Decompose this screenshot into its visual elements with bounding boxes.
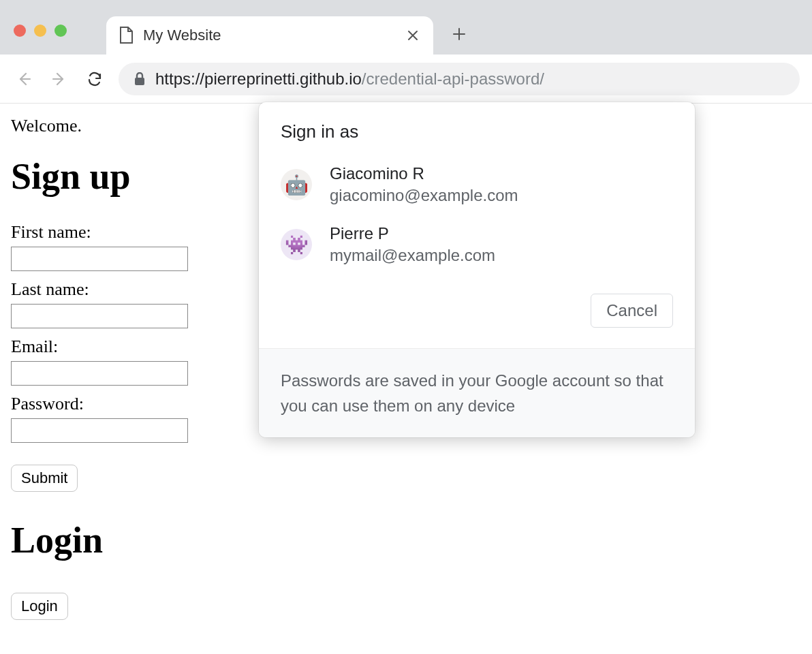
url-origin: https://pierreprinetti.github.io xyxy=(155,69,362,88)
login-heading: Login xyxy=(11,519,801,561)
browser-toolbar: https://pierreprinetti.github.io/credent… xyxy=(0,54,812,104)
url-path: /credential-api-password/ xyxy=(362,69,544,88)
window-close-button[interactable] xyxy=(14,25,26,37)
avatar-icon: 👾 xyxy=(281,229,312,260)
tab-strip: My Website xyxy=(0,0,812,54)
password-input[interactable] xyxy=(11,418,188,443)
firstname-input[interactable] xyxy=(11,247,188,271)
login-button[interactable]: Login xyxy=(11,593,68,620)
credential-account-name: Giacomino R xyxy=(330,164,518,183)
reload-button[interactable] xyxy=(83,67,106,91)
credential-account-info: Giacomino R giacomino@example.com xyxy=(330,164,518,205)
tab-title: My Website xyxy=(143,27,395,44)
nav-back-button[interactable] xyxy=(12,67,35,91)
browser-tab[interactable]: My Website xyxy=(106,16,433,54)
address-bar[interactable]: https://pierreprinetti.github.io/credent… xyxy=(119,63,800,95)
credential-account-email: giacomino@example.com xyxy=(330,186,518,205)
credential-popup-title: Sign in as xyxy=(259,102,695,155)
tab-close-button[interactable] xyxy=(405,27,421,44)
credential-account-info: Pierre P mymail@example.com xyxy=(330,224,495,265)
submit-button[interactable]: Submit xyxy=(11,465,78,492)
avatar-icon: 🤖 xyxy=(281,169,312,200)
window-controls xyxy=(14,25,67,37)
credential-account-option[interactable]: 👾 Pierre P mymail@example.com xyxy=(259,215,695,275)
window-minimize-button[interactable] xyxy=(34,25,46,37)
url-text: https://pierreprinetti.github.io/credent… xyxy=(155,69,544,89)
svg-rect-0 xyxy=(135,78,144,85)
credential-account-option[interactable]: 🤖 Giacomino R giacomino@example.com xyxy=(259,155,695,215)
window-maximize-button[interactable] xyxy=(54,25,67,37)
credential-account-email: mymail@example.com xyxy=(330,246,495,265)
new-tab-button[interactable] xyxy=(450,25,469,44)
credential-popup-actions: Cancel xyxy=(259,275,695,348)
lastname-input[interactable] xyxy=(11,304,188,328)
page-icon xyxy=(119,27,134,44)
credential-picker-popup: Sign in as 🤖 Giacomino R giacomino@examp… xyxy=(259,102,695,437)
nav-forward-button[interactable] xyxy=(48,67,71,91)
credential-popup-footer: Passwords are saved in your Google accou… xyxy=(259,348,695,437)
credential-account-name: Pierre P xyxy=(330,224,495,243)
email-input[interactable] xyxy=(11,361,188,386)
lock-icon xyxy=(134,72,146,86)
cancel-button[interactable]: Cancel xyxy=(591,294,673,328)
